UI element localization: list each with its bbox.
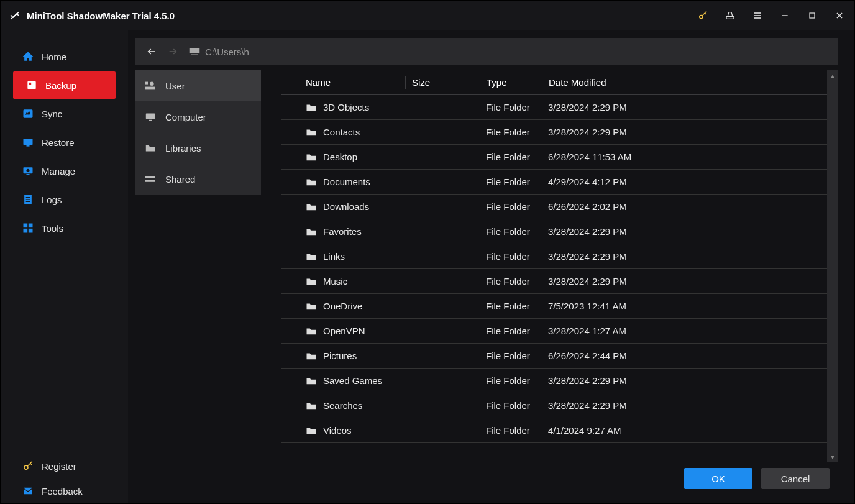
table-row[interactable]: MusicFile Folder3/28/2024 2:29 PM [281, 269, 827, 294]
table-row[interactable]: DesktopFile Folder6/28/2024 11:53 AM [281, 145, 827, 170]
file-name: Desktop [323, 152, 357, 162]
table-row[interactable]: ContactsFile Folder3/28/2024 2:29 PM [281, 120, 827, 145]
sidebar-item-tools[interactable]: Tools [9, 214, 122, 242]
register-label: Register [42, 461, 76, 472]
scroll-up-icon[interactable]: ▲ [827, 70, 838, 81]
svg-point-25 [24, 465, 28, 469]
file-date: 6/26/2024 2:44 PM [542, 351, 827, 361]
column-date[interactable]: Date Modified [542, 76, 827, 89]
folder-icon [306, 377, 317, 385]
manage-icon [22, 165, 34, 177]
table-row[interactable]: DocumentsFile Folder4/29/2024 4:12 PM [281, 170, 827, 195]
sidebar-item-backup[interactable]: Backup [13, 71, 116, 99]
file-date: 3/28/2024 2:29 PM [542, 251, 827, 262]
app-logo-icon [9, 10, 21, 21]
table-row[interactable]: DownloadsFile Folder6/26/2024 2:02 PM [281, 195, 827, 219]
folder-icon [306, 401, 317, 410]
source-item-computer[interactable]: Computer [135, 101, 261, 132]
svg-point-15 [27, 169, 30, 172]
file-type: File Folder [480, 226, 542, 237]
table-row[interactable]: FavoritesFile Folder3/28/2024 2:29 PM [281, 219, 827, 244]
scroll-down-icon[interactable]: ▼ [827, 451, 838, 462]
file-name: 3D Objects [323, 102, 369, 112]
file-date: 3/28/2024 2:29 PM [542, 127, 827, 137]
table-row[interactable]: PicturesFile Folder6/26/2024 2:44 PM [281, 344, 827, 369]
menu-icon[interactable] [750, 8, 765, 23]
key-icon[interactable] [695, 8, 710, 23]
sidebar-item-home[interactable]: Home [9, 43, 122, 70]
logs-icon [22, 193, 34, 206]
file-type: File Folder [480, 251, 542, 262]
folder-icon [306, 352, 317, 360]
register-link[interactable]: Register [1, 454, 128, 479]
svg-rect-24 [29, 229, 33, 233]
maximize-button[interactable] [805, 8, 820, 23]
table-row[interactable]: SearchesFile Folder3/28/2024 2:29 PM [281, 393, 827, 418]
shared-icon [144, 175, 157, 183]
minimize-button[interactable] [777, 8, 792, 23]
table-row[interactable]: OpenVPNFile Folder3/28/2024 1:27 AM [281, 319, 827, 344]
feedback-link[interactable]: Feedback [1, 479, 128, 503]
svg-rect-33 [145, 87, 155, 90]
svg-rect-9 [27, 81, 35, 89]
path-text[interactable]: C:\Users\h [205, 47, 249, 57]
source-item-label: Shared [165, 174, 195, 185]
source-item-libraries[interactable]: Libraries [135, 132, 261, 163]
folder-icon [306, 227, 317, 236]
sidebar-item-label: Manage [42, 166, 75, 176]
svg-rect-35 [149, 120, 152, 121]
folder-icon [306, 128, 317, 137]
table-row[interactable]: 3D ObjectsFile Folder3/28/2024 2:29 PM [281, 95, 827, 120]
table-row[interactable]: Saved GamesFile Folder3/28/2024 2:29 PM [281, 369, 827, 393]
svg-rect-34 [146, 113, 155, 119]
sidebar-item-label: Restore [42, 137, 75, 148]
disk-icon[interactable] [723, 8, 738, 23]
file-date: 4/29/2024 4:12 PM [542, 176, 827, 187]
source-item-shared[interactable]: Shared [135, 163, 261, 195]
file-name: OpenVPN [323, 326, 365, 336]
file-type: File Folder [480, 425, 542, 436]
file-type: File Folder [480, 351, 542, 361]
sidebar-item-manage[interactable]: Manage [9, 157, 122, 185]
table-row[interactable]: LinksFile Folder3/28/2024 2:29 PM [281, 244, 827, 269]
sidebar-item-logs[interactable]: Logs [9, 186, 122, 213]
file-type: File Folder [480, 276, 542, 286]
sidebar-item-label: Backup [45, 80, 76, 91]
sidebar-item-label: Home [42, 52, 66, 62]
table-row[interactable]: OneDriveFile Folder7/5/2023 12:41 AM [281, 294, 827, 319]
svg-rect-26 [24, 488, 32, 495]
computer-icon [144, 112, 157, 121]
mail-icon [22, 485, 34, 497]
file-name: Favorites [323, 226, 362, 237]
svg-rect-29 [190, 48, 200, 53]
ok-button[interactable]: OK [684, 468, 752, 489]
cancel-button[interactable]: Cancel [761, 468, 830, 489]
dialog-footer: OK Cancel [135, 462, 838, 495]
column-name[interactable]: Name [306, 77, 405, 88]
sidebar-item-sync[interactable]: Sync [9, 100, 122, 127]
file-type: File Folder [480, 201, 542, 212]
file-type: File Folder [480, 301, 542, 311]
column-type[interactable]: Type [480, 76, 542, 89]
forward-button[interactable] [168, 47, 178, 57]
file-type: File Folder [480, 400, 542, 411]
svg-rect-36 [145, 176, 155, 178]
file-name: Contacts [323, 127, 360, 137]
file-name: Music [323, 276, 347, 286]
sync-icon [22, 108, 34, 120]
vertical-scrollbar[interactable]: ▲ ▼ [827, 70, 838, 462]
file-date: 6/26/2024 2:02 PM [542, 201, 827, 212]
user-icon [144, 81, 157, 90]
table-row[interactable]: VideosFile Folder4/1/2024 9:27 AM [281, 418, 827, 443]
source-item-user[interactable]: User [135, 70, 261, 101]
back-button[interactable] [147, 47, 157, 57]
close-button[interactable] [832, 8, 847, 23]
file-table: Name Size Type Date Modified 3D ObjectsF… [281, 70, 827, 462]
svg-point-0 [700, 15, 703, 18]
folder-icon [306, 302, 317, 311]
folder-icon [306, 178, 317, 186]
sidebar-item-restore[interactable]: Restore [9, 129, 122, 156]
folder-icon [306, 426, 317, 435]
column-size[interactable]: Size [405, 76, 480, 89]
main-content: C:\Users\h UserComputerLibrariesShared N… [128, 30, 854, 503]
